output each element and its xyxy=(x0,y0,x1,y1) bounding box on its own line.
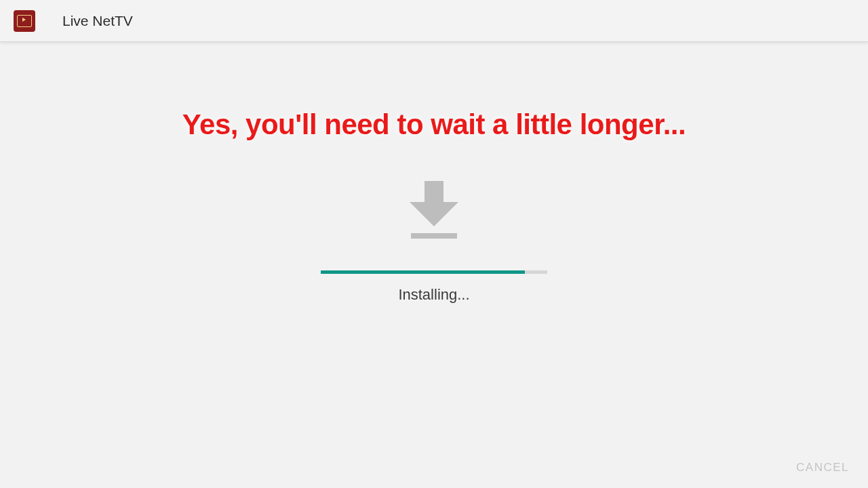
install-status-text: Installing... xyxy=(321,286,547,304)
app-icon xyxy=(14,10,35,32)
app-header: Live NetTV xyxy=(0,0,868,42)
cancel-button[interactable]: CANCEL xyxy=(796,461,849,474)
download-icon xyxy=(410,181,458,239)
progress-fill xyxy=(321,270,525,274)
app-title: Live NetTV xyxy=(62,13,133,29)
content-area: Yes, you'll need to wait a little longer… xyxy=(0,42,868,488)
install-progress-container: Installing... xyxy=(321,270,547,304)
overlay-message: Yes, you'll need to wait a little longer… xyxy=(182,108,686,141)
progress-bar xyxy=(321,270,547,274)
